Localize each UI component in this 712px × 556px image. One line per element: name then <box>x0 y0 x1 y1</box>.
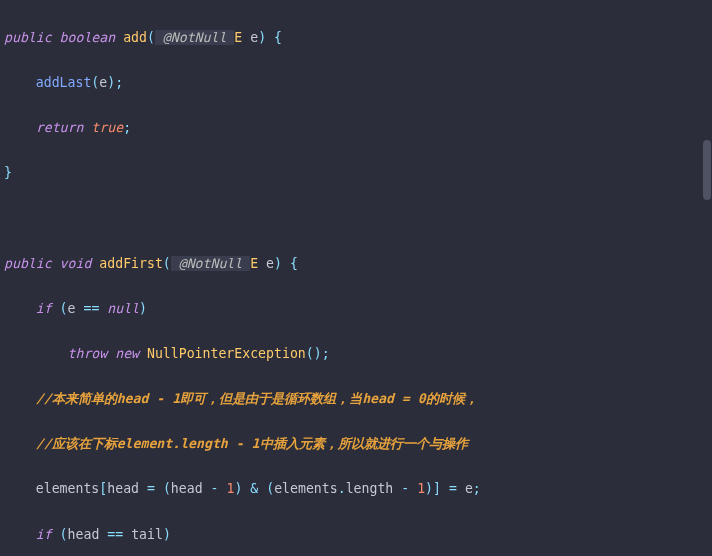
code-editor[interactable]: public boolean add( @NotNull E e) { addL… <box>0 0 712 556</box>
code-line: addLast(e); <box>0 72 712 95</box>
code-line: public void addFirst( @NotNull E e) { <box>0 253 712 276</box>
keyword-if: if <box>36 301 52 316</box>
scrollbar-thumb[interactable] <box>703 140 711 200</box>
code-line: } <box>0 162 712 185</box>
code-line: elements[head = (head - 1) & (elements.l… <box>0 478 712 501</box>
literal-null: null <box>107 301 139 316</box>
literal-true: true <box>91 120 123 135</box>
method-call: addLast <box>36 75 92 90</box>
keyword-boolean: boolean <box>60 30 116 45</box>
scrollbar-track[interactable] <box>702 0 712 556</box>
code-line: if (head == tail) <box>0 524 712 547</box>
keyword-throw: throw <box>68 346 108 361</box>
comment: //应该在下标element.length - 1中插入元素，所以就进行一个与操… <box>36 436 468 451</box>
code-line: return true; <box>0 117 712 140</box>
code-line: throw new NullPointerException(); <box>0 343 712 366</box>
annotation-notnull: @NotNull <box>171 256 250 271</box>
type-generic: E <box>234 30 242 45</box>
code-line-comment: //本来简单的head - 1即可，但是由于是循环数组，当head = 0的时候… <box>0 388 712 411</box>
code-line-blank <box>0 207 712 230</box>
annotation-notnull: @NotNull <box>155 30 234 45</box>
keyword-new: new <box>115 346 139 361</box>
keyword-public: public <box>4 30 52 45</box>
class-name: NullPointerException <box>147 346 306 361</box>
code-line: if (e == null) <box>0 298 712 321</box>
method-name: add <box>123 30 147 45</box>
method-name: addFirst <box>99 256 163 271</box>
code-line-comment: //应该在下标element.length - 1中插入元素，所以就进行一个与操… <box>0 433 712 456</box>
comment: //本来简单的head - 1即可，但是由于是循环数组，当head = 0的时候… <box>36 391 478 406</box>
keyword-return: return <box>36 120 84 135</box>
code-line: public boolean add( @NotNull E e) { <box>0 27 712 50</box>
